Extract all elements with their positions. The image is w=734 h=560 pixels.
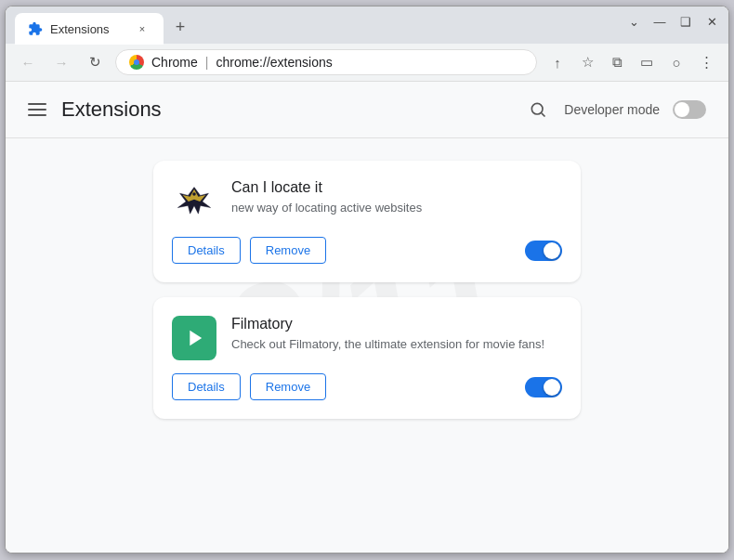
extension-name: Filmatory — [231, 316, 562, 332]
search-button[interactable] — [525, 97, 551, 123]
tab-close-button[interactable]: × — [134, 20, 151, 37]
details-button[interactable]: Details — [172, 237, 241, 264]
extension-description: new way of locating active websites — [231, 200, 562, 216]
bird-icon — [174, 181, 215, 222]
extension-actions: Details Remove — [172, 237, 562, 264]
extension-icon — [172, 316, 216, 360]
tab-extensions-icon — [28, 21, 43, 36]
close-button[interactable]: ✕ — [704, 14, 719, 29]
browser-window: Extensions × + ⌄ — ❑ ✕ ← → ↻ Chrome | ch… — [5, 6, 729, 553]
svg-point-0 — [532, 103, 544, 114]
extensions-page: 9/11 Extensions Developer mode — [6, 82, 728, 553]
extension-card: Can I locate it new way of locating acti… — [153, 161, 581, 282]
profile-button[interactable]: ○ — [663, 49, 689, 75]
svg-line-1 — [542, 113, 545, 117]
sidebar-button[interactable]: ▭ — [634, 49, 660, 75]
address-bar[interactable]: Chrome | chrome://extensions — [115, 49, 537, 75]
toggle-knob — [544, 242, 560, 259]
play-icon — [181, 325, 207, 351]
minimize-button[interactable]: — — [652, 14, 667, 29]
window-controls: ⌄ — ❑ ✕ — [626, 14, 719, 29]
remove-button[interactable]: Remove — [250, 237, 326, 264]
forward-button[interactable]: → — [48, 49, 74, 75]
extension-actions: Details Remove — [172, 373, 562, 400]
header-left: Extensions — [28, 98, 162, 122]
new-tab-button[interactable]: + — [167, 14, 193, 40]
nav-bar: ← → ↻ Chrome | chrome://extensions ↑ ☆ ⧉… — [6, 44, 728, 82]
dev-mode-toggle[interactable] — [673, 100, 706, 119]
extension-description: Check out Filmatory, the ultimate extens… — [231, 336, 562, 353]
back-button[interactable]: ← — [15, 49, 41, 75]
extension-card: Filmatory Check out Filmatory, the ultim… — [153, 297, 581, 419]
extension-info: Can I locate it new way of locating acti… — [231, 179, 562, 216]
extensions-button[interactable]: ⧉ — [604, 49, 630, 75]
dev-mode-label: Developer mode — [564, 102, 660, 117]
header-right: Developer mode — [525, 97, 706, 123]
hamburger-menu-button[interactable] — [28, 103, 46, 116]
film-icon — [172, 316, 216, 360]
page-header: Extensions Developer mode — [6, 82, 728, 138]
toggle-knob — [544, 379, 560, 396]
nav-actions: ↑ ☆ ⧉ ▭ ○ ⋮ — [544, 49, 719, 75]
extension-name: Can I locate it — [231, 179, 562, 196]
details-button[interactable]: Details — [172, 373, 241, 400]
menu-button[interactable]: ⋮ — [693, 49, 719, 75]
extension-top: Filmatory Check out Filmatory, the ultim… — [172, 316, 562, 360]
extension-toggle[interactable] — [525, 241, 562, 261]
maximize-button[interactable]: ❑ — [678, 14, 693, 29]
extension-toggle[interactable] — [525, 377, 562, 397]
address-separator: | — [205, 55, 209, 70]
extension-info: Filmatory Check out Filmatory, the ultim… — [231, 316, 562, 353]
active-tab[interactable]: Extensions × — [15, 13, 164, 45]
chevron-down-icon[interactable]: ⌄ — [626, 14, 641, 29]
page-title: Extensions — [61, 98, 162, 122]
extensions-list: Can I locate it new way of locating acti… — [6, 138, 728, 553]
share-button[interactable]: ↑ — [544, 49, 570, 75]
extension-top: Can I locate it new way of locating acti… — [172, 179, 562, 224]
toggle-knob — [675, 102, 689, 117]
title-bar: Extensions × + ⌄ — ❑ ✕ — [6, 7, 728, 44]
tab-title: Extensions — [50, 22, 110, 36]
address-brand: Chrome — [151, 55, 198, 70]
reload-button[interactable]: ↻ — [82, 49, 108, 75]
svg-point-2 — [192, 192, 196, 196]
remove-button[interactable]: Remove — [250, 373, 326, 400]
bookmark-button[interactable]: ☆ — [574, 49, 600, 75]
chrome-logo-icon — [129, 55, 144, 70]
address-url: chrome://extensions — [216, 55, 332, 70]
extension-icon — [172, 179, 216, 224]
